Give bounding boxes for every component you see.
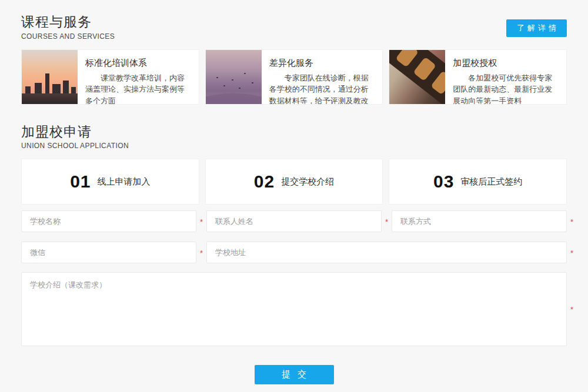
film-strip-image (389, 50, 445, 104)
form-row-2: * * (21, 242, 567, 263)
application-header: 加盟校申请 UNION SCHOOL APPLICATION (21, 124, 567, 150)
school-name-input[interactable] (21, 210, 196, 232)
service-title: 差异化服务 (269, 58, 376, 69)
page: 课程与服务 COURSES AND SERVICES 了解详情 标准化培训体系 … (0, 0, 588, 384)
field-school-name: * (21, 210, 196, 232)
courses-section: 课程与服务 COURSES AND SERVICES 了解详情 标准化培训体系 … (21, 14, 567, 105)
service-card-differentiated: 差异化服务 专家团队在线诊断，根据各学校的不同情况，通过分析数据材料等，给予评测… (205, 49, 383, 105)
contact-phone-input[interactable] (392, 210, 567, 232)
application-form: * * * * * (21, 210, 567, 384)
courses-title: 课程与服务 (21, 14, 115, 31)
step-card-3: 03 审核后正式签约 (389, 159, 567, 205)
required-asterisk: * (200, 218, 203, 226)
application-section: 加盟校申请 UNION SCHOOL APPLICATION 01 线上申请加入… (21, 124, 567, 385)
school-intro-textarea[interactable] (21, 272, 567, 346)
step-number: 02 (254, 172, 275, 192)
required-asterisk: * (200, 249, 203, 257)
step-number: 03 (433, 172, 454, 192)
field-school-intro: * (21, 272, 567, 346)
service-card-body: 差异化服务 专家团队在线诊断，根据各学校的不同情况，通过分析数据材料等，给予评测… (262, 50, 383, 104)
step-card-1: 01 线上申请加入 (21, 159, 199, 205)
courses-header: 课程与服务 COURSES AND SERVICES 了解详情 (21, 14, 567, 41)
service-card-body: 标准化培训体系 课堂教学改革培训，内容涵盖理论、实操方法与案例等多个方面 (78, 50, 199, 104)
submit-button[interactable]: 提 交 (255, 365, 334, 384)
service-description: 课堂教学改革培训，内容涵盖理论、实操方法与案例等多个方面 (85, 72, 192, 104)
step-label: 线上申请加入 (98, 176, 151, 187)
application-title: 加盟校申请 (21, 124, 567, 140)
service-title: 标准化培训体系 (85, 58, 192, 69)
desert-dusk-image (206, 50, 262, 104)
step-label: 提交学校介绍 (281, 176, 334, 187)
required-asterisk: * (570, 249, 573, 257)
service-title: 加盟校授权 (453, 58, 559, 69)
learn-more-button[interactable]: 了解详情 (506, 19, 567, 37)
step-number: 01 (70, 172, 91, 192)
required-asterisk: * (570, 218, 573, 226)
courses-subtitle: COURSES AND SERVICES (21, 32, 115, 41)
wechat-input[interactable] (21, 242, 196, 263)
field-contact-phone: * (392, 210, 567, 232)
service-card-authorization: 加盟校授权 各加盟校可优先获得专家团队的最新动态、最新行业发展动向等第一手资料 (389, 49, 567, 105)
required-asterisk: * (570, 306, 573, 313)
city-skyline-image (22, 50, 78, 104)
contact-name-input[interactable] (206, 210, 382, 232)
service-card-body: 加盟校授权 各加盟校可优先获得专家团队的最新动态、最新行业发展动向等第一手资料 (445, 50, 566, 104)
school-address-input[interactable] (206, 242, 567, 263)
courses-heading-block: 课程与服务 COURSES AND SERVICES (21, 14, 115, 41)
field-contact-name: * (206, 210, 382, 232)
field-school-address: * (206, 242, 567, 263)
form-row-1: * * * (21, 210, 567, 232)
required-asterisk: * (385, 218, 388, 226)
application-subtitle: UNION SCHOOL APPLICATION (21, 142, 567, 150)
service-description: 专家团队在线诊断，根据各学校的不同情况，通过分析数据材料等，给予评测及教改意见 (269, 72, 376, 104)
application-steps: 01 线上申请加入 02 提交学校介绍 03 审核后正式签约 (21, 159, 567, 205)
field-wechat: * (21, 242, 196, 263)
service-card-training: 标准化培训体系 课堂教学改革培训，内容涵盖理论、实操方法与案例等多个方面 (21, 49, 199, 105)
step-card-2: 02 提交学校介绍 (205, 159, 383, 205)
step-label: 审核后正式签约 (460, 176, 522, 187)
service-cards: 标准化培训体系 课堂教学改革培训，内容涵盖理论、实操方法与案例等多个方面 差异化… (21, 49, 567, 105)
submit-row: 提 交 (21, 365, 567, 384)
form-row-3: * (21, 272, 567, 346)
service-description: 各加盟校可优先获得专家团队的最新动态、最新行业发展动向等第一手资料 (453, 72, 559, 104)
